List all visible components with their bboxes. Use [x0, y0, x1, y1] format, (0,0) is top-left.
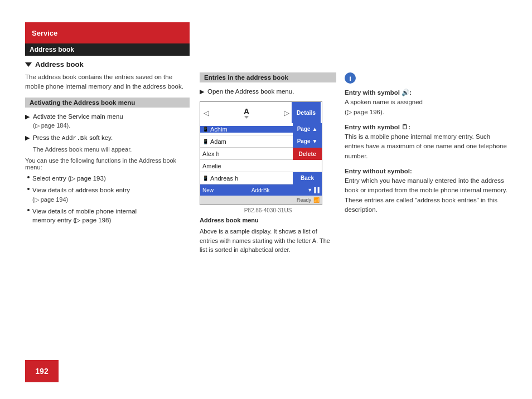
figure-id: P82.86-4030-31US: [200, 207, 336, 213]
caption-title: Address book menu: [200, 217, 336, 223]
new-label: New: [202, 187, 214, 193]
delete-button[interactable]: Delete: [293, 148, 322, 160]
signal-icon: 📶: [313, 197, 320, 203]
entry-adam-cell: 📱 Adam: [200, 138, 293, 145]
arrow-open: ▶: [200, 87, 204, 96]
left-column: The address book contains the entries sa…: [25, 72, 190, 227]
right-column: i Entry with symbol 🔊: A spoken name is …: [345, 72, 509, 220]
step1-text: Activate the Service main menu (▷ page 1…: [33, 112, 123, 130]
entries-bar: Entries in the address book: [200, 72, 336, 82]
entry-achim-icon: 📱: [202, 126, 209, 132]
intro-text: The address book contains the entries sa…: [25, 72, 190, 92]
dot-2: [27, 188, 30, 190]
bullet-2: View details of address book entry(▷ pag…: [25, 186, 190, 203]
service-label: Service: [32, 29, 57, 37]
nav-left-arrow: ◁: [201, 108, 211, 118]
right-entry3: Entry without symbol: Entry which you ha…: [345, 167, 509, 215]
triangle-icon: [25, 62, 32, 67]
activating-bar: Activating the Address book menu: [25, 98, 190, 108]
middle-column: Entries in the address book ▶ Open the A…: [200, 72, 336, 255]
step2: ▶ Press the Addr.Bk soft key.: [25, 133, 190, 143]
phone-screen: ◁ A ▷ Details 📱 Achim Page ▲ 📱 Adam Page…: [200, 101, 322, 205]
service-header-banner: Service: [25, 22, 190, 43]
address-book-bar-label: Address book: [30, 46, 74, 53]
right-entry2: Entry with symbol 🗒: This is a mobile ph…: [345, 123, 509, 161]
entry-alexh-cell: Alex h: [200, 150, 293, 157]
entry-amelie: Amelie: [200, 160, 322, 172]
entry-andreash-icon: 📱: [202, 176, 209, 181]
nav-right-arrow: ▷: [282, 108, 292, 118]
step2-result: The Address book menu will appear.: [33, 146, 190, 153]
entry-andreash-cell: 📱 Andreas h: [200, 175, 293, 182]
caption-body: Above is a sample display. It shows a li…: [200, 227, 336, 255]
dot-3: [27, 209, 30, 211]
entry-amelie-cell: Amelie: [200, 163, 293, 169]
details-button[interactable]: Details: [292, 102, 321, 123]
section-heading-text: Address book: [35, 60, 84, 69]
addrbk-label: AddrBk: [252, 187, 270, 193]
phone-nav-row: ◁ A ▷ Details: [200, 102, 322, 123]
phone-status-bar: Ready 📶: [200, 196, 322, 205]
entry-andreash: 📱 Andreas h Back: [200, 172, 322, 184]
letter-down-arrow: [244, 116, 249, 119]
page-up-button[interactable]: Page ▲: [293, 123, 322, 135]
page-down-button[interactable]: Page ▼: [293, 135, 322, 148]
entry-achim-cell: 📱 Achim: [200, 126, 293, 133]
section-heading: Address book: [25, 60, 84, 69]
info-icon: i: [345, 72, 356, 84]
entry-adam-icon: 📱: [202, 139, 209, 144]
right-entry1: Entry with symbol 🔊: A spoken name is as…: [345, 88, 509, 117]
back-button[interactable]: Back: [293, 172, 322, 184]
open-instruction: ▶ Open the Address book menu.: [200, 87, 336, 96]
page-number: 192: [35, 367, 48, 376]
entry-alexh: Alex h Delete: [200, 148, 322, 160]
step1: ▶ Activate the Service main menu (▷ page…: [25, 112, 190, 130]
arrow-2: ▶: [25, 134, 30, 142]
address-book-bar: Address book: [25, 43, 190, 56]
page-number-box: 192: [25, 360, 59, 382]
letter-display: A: [211, 107, 282, 119]
step2-text: Press the Addr.Bk soft key.: [33, 133, 113, 143]
phone-bottom-bar: New AddrBk ▼▐▐: [200, 184, 322, 196]
arrow-1: ▶: [25, 113, 30, 121]
scroll-indicator: ▼▐▐: [307, 187, 320, 193]
dot-1: [27, 176, 30, 178]
entry-achim: 📱 Achim Page ▲: [200, 123, 322, 135]
ready-status: Ready: [297, 197, 311, 203]
bullet-1: Select entry (▷ page 193): [25, 174, 190, 183]
entry-adam: 📱 Adam Page ▼: [200, 135, 322, 148]
can-use-text: You can use the following functions in t…: [25, 157, 190, 171]
bullet-3: View details of mobile phone internalmem…: [25, 207, 190, 225]
